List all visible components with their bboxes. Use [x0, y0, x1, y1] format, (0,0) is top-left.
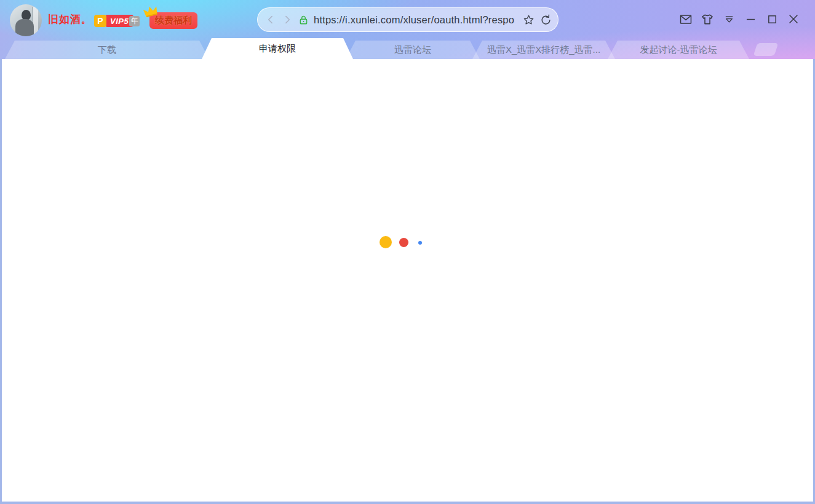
refresh-button[interactable]	[539, 14, 552, 26]
star-icon	[522, 14, 535, 26]
loader-dot-blue	[418, 241, 422, 245]
page-loading-indicator	[380, 236, 424, 250]
tab-label: 发起讨论-迅雷论坛	[640, 44, 717, 56]
renew-benefits-button[interactable]: 续费福利	[149, 12, 197, 29]
tshirt-icon	[701, 12, 714, 26]
maximize-icon	[766, 13, 779, 26]
window-controls	[679, 12, 800, 26]
browser-window: 旧如酒。 P VIP5 年 续费福利	[0, 0, 815, 504]
tab-label: 下载	[98, 44, 116, 56]
tab-strip: 下载 申请权限 迅雷论坛 迅雷X_迅雷X排行榜_迅雷... 发起讨论-迅雷论坛	[0, 38, 815, 59]
mail-icon	[679, 12, 693, 26]
renew-button-label: 续费福利	[155, 15, 192, 26]
username-label[interactable]: 旧如酒。	[48, 0, 92, 38]
vip-p-badge[interactable]: P	[94, 15, 106, 27]
tab-xunleix-ranking[interactable]: 迅雷X_迅雷X排行榜_迅雷...	[472, 41, 615, 59]
panel-collapse-icon	[723, 13, 736, 26]
refresh-icon	[539, 14, 552, 26]
new-tab-button[interactable]	[753, 43, 779, 56]
close-icon	[787, 12, 800, 26]
skin-theme-button[interactable]	[701, 12, 714, 26]
maximize-button[interactable]	[765, 12, 779, 26]
tab-start-discussion[interactable]: 发起讨论-迅雷论坛	[608, 41, 749, 59]
minimize-icon	[744, 13, 757, 26]
avatar-photo-person-body	[15, 19, 34, 36]
bookmark-star-button[interactable]	[522, 14, 535, 26]
tab-xunlei-forum[interactable]: 迅雷论坛	[346, 41, 480, 59]
url-input[interactable]	[314, 14, 518, 26]
back-chevron-icon	[264, 14, 277, 26]
back-button[interactable]	[264, 14, 277, 26]
page-content	[2, 59, 813, 502]
loader-dot-red	[399, 238, 408, 247]
close-button[interactable]	[787, 12, 800, 26]
forward-chevron-icon	[281, 14, 293, 26]
tab-download[interactable]: 下载	[5, 41, 209, 59]
download-panel-toggle-button[interactable]	[722, 12, 736, 26]
window-header: 旧如酒。 P VIP5 年 续费福利	[0, 0, 815, 59]
vip-term-badge: 年	[129, 16, 140, 26]
loader-dot-yellow	[380, 236, 392, 248]
tab-label: 申请权限	[259, 43, 296, 55]
user-avatar[interactable]	[10, 4, 42, 36]
address-bar[interactable]	[257, 7, 559, 32]
title-bar: 旧如酒。 P VIP5 年 续费福利	[0, 0, 815, 38]
messages-button[interactable]	[679, 12, 693, 26]
minimize-button[interactable]	[744, 12, 757, 26]
tab-label: 迅雷X_迅雷X排行榜_迅雷...	[487, 44, 600, 56]
tab-oauth-permission[interactable]: 申请权限	[202, 38, 353, 59]
tab-label: 迅雷论坛	[394, 44, 431, 56]
forward-button[interactable]	[281, 14, 293, 26]
secure-lock-icon[interactable]	[298, 14, 309, 26]
